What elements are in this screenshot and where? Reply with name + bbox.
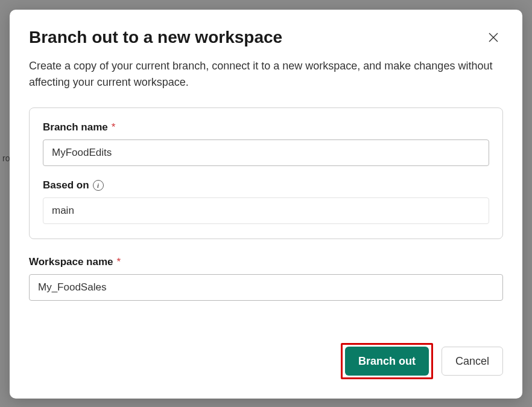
branch-name-input[interactable] bbox=[43, 139, 489, 166]
info-icon[interactable]: i bbox=[93, 180, 104, 191]
based-on-label-text: Based on bbox=[43, 179, 89, 191]
branch-name-label-text: Branch name bbox=[43, 121, 108, 133]
workspace-name-label-text: Workspace name bbox=[29, 256, 113, 268]
required-indicator: * bbox=[117, 256, 121, 268]
based-on-group: Based on i main bbox=[43, 179, 489, 224]
workspace-name-group: Workspace name * bbox=[29, 256, 503, 301]
branch-form-box: Branch name * Based on i main bbox=[29, 107, 503, 239]
branch-out-dialog: Branch out to a new workspace Create a c… bbox=[10, 10, 522, 399]
dialog-footer: Branch out Cancel bbox=[341, 343, 503, 379]
close-button[interactable] bbox=[484, 28, 503, 47]
background-text-fragment: ro bbox=[2, 153, 10, 163]
branch-name-group: Branch name * bbox=[43, 121, 489, 166]
branch-out-button[interactable]: Branch out bbox=[345, 347, 429, 376]
close-icon bbox=[488, 32, 499, 43]
highlight-annotation: Branch out bbox=[341, 343, 433, 379]
workspace-name-input[interactable] bbox=[29, 274, 503, 301]
required-indicator: * bbox=[112, 121, 116, 133]
branch-name-label: Branch name * bbox=[43, 121, 489, 133]
based-on-label: Based on i bbox=[43, 179, 489, 191]
workspace-name-label: Workspace name * bbox=[29, 256, 503, 268]
dialog-title: Branch out to a new workspace bbox=[29, 28, 282, 47]
dialog-subtitle: Create a copy of your current branch, co… bbox=[29, 58, 503, 91]
dialog-header: Branch out to a new workspace bbox=[29, 28, 503, 58]
cancel-button[interactable]: Cancel bbox=[442, 347, 503, 376]
based-on-value: main bbox=[43, 197, 489, 224]
